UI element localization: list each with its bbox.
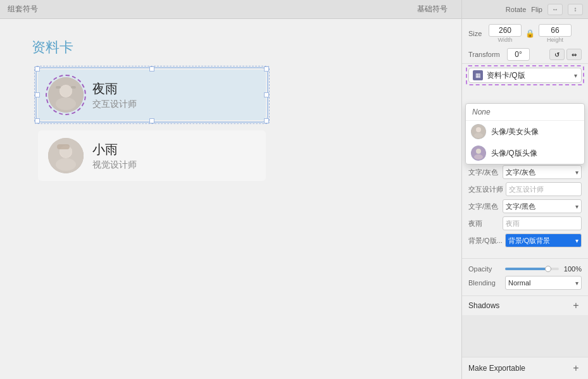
profile-name-2: 小雨 <box>92 141 137 158</box>
shadows-section: Shadows + <box>462 295 588 315</box>
opacity-thumb <box>545 266 551 272</box>
override-select-text-7: 背景/Q版背景 <box>508 236 574 245</box>
height-label: Height <box>547 37 563 43</box>
size-label: Size <box>468 30 486 37</box>
top-bar-right-label: 基础符号 <box>417 4 447 15</box>
component-selector-text: 资料卡/Q版 <box>487 70 574 81</box>
separator-1 <box>462 258 588 259</box>
override-row-7: 背景/Q版... 背景/Q版背景 ▾ <box>468 233 582 247</box>
avatar-2-image <box>48 138 84 173</box>
width-label: Width <box>497 37 512 43</box>
opacity-slider[interactable] <box>505 268 559 270</box>
rotate-label: Rotate <box>506 6 526 13</box>
blending-label: Blending <box>468 279 501 287</box>
dropdown-item-2[interactable]: 头像/Q版头像 <box>466 142 584 164</box>
add-export-button[interactable]: + <box>570 363 582 374</box>
profile-role-2: 视觉设计师 <box>92 159 137 171</box>
handle-tl[interactable] <box>35 66 40 71</box>
opacity-row: Opacity 100% <box>468 265 582 273</box>
override-key-5: 文字/黑色 <box>468 202 500 211</box>
override-value-6[interactable]: 夜雨 <box>503 216 582 230</box>
export-section: Make Exportable + <box>462 357 588 379</box>
top-bar: 组套符号 基础符号 <box>0 0 461 19</box>
component-selector[interactable]: ▦ 资料卡/Q版 ▾ <box>468 68 582 83</box>
left-panel: 组套符号 基础符号 资料卡 <box>0 0 461 379</box>
override-select-arrow-3: ▾ <box>575 169 579 176</box>
transform-input[interactable] <box>507 48 530 61</box>
canvas-area: 资料卡 <box>0 19 461 379</box>
svg-point-13 <box>476 149 481 154</box>
flip-h-button[interactable]: ↔ <box>547 4 563 15</box>
dropdown-item-label-1: 头像/美女头像 <box>491 127 539 137</box>
handle-bl[interactable] <box>35 118 40 123</box>
right-panel: Rotate Flip ↔ ↕ Size Width 🔒 Height Tran… <box>461 0 588 379</box>
opacity-section: Opacity 100% Blending Normal ▾ <box>462 263 588 295</box>
canvas-card-title: 资料卡 <box>32 38 442 57</box>
profile-info-2: 小雨 视觉设计师 <box>92 141 137 171</box>
svg-point-7 <box>56 158 76 171</box>
transform-section: Transform ↺ ⇔ <box>462 46 588 64</box>
dropdown-none-item[interactable]: None <box>466 104 584 121</box>
avatar-1-image <box>48 77 84 113</box>
component-dropdown-arrow: ▾ <box>574 72 577 79</box>
height-group: Height <box>539 24 572 43</box>
width-group: Width <box>489 24 522 43</box>
lock-icon[interactable]: 🔒 <box>524 29 536 38</box>
override-select-text-3: 文字/灰色 <box>506 168 574 177</box>
blending-arrow: ▾ <box>575 280 579 287</box>
transform-label: Transform <box>468 51 503 58</box>
shadows-label: Shadows <box>468 301 499 310</box>
profile-info-1: 夜雨 交互设计师 <box>92 80 137 110</box>
override-placeholder-4: 交互设计师 <box>509 185 544 194</box>
override-key-4: 交互设计师 <box>468 185 503 194</box>
width-input[interactable] <box>489 24 522 37</box>
svg-point-10 <box>476 127 481 132</box>
override-value-7[interactable]: 背景/Q版背景 ▾ <box>505 233 582 247</box>
overrides-section: ▦ 资料卡/Q版 ▾ None 头像/美女头像 <box>462 64 588 254</box>
flip-icon[interactable]: ⇔ <box>566 49 582 60</box>
component-icon-symbol: ▦ <box>475 72 481 78</box>
dropdown-avatar-1 <box>471 124 486 139</box>
profile-card-2[interactable]: 小雨 视觉设计师 <box>38 130 266 181</box>
handle-br[interactable] <box>264 118 269 123</box>
flip-label: Flip <box>531 6 542 13</box>
override-value-5[interactable]: 文字/黑色 ▾ <box>503 199 582 213</box>
flip-v-button[interactable]: ↕ <box>568 4 583 15</box>
override-row-5: 文字/黑色 文字/黑色 ▾ <box>468 199 582 213</box>
opacity-label: Opacity <box>468 265 501 273</box>
opacity-value: 100% <box>563 265 582 273</box>
override-value-4[interactable]: 交互设计师 <box>506 182 582 196</box>
avatar-1[interactable] <box>48 77 84 113</box>
blending-select[interactable]: Normal ▾ <box>505 276 582 290</box>
profile-role-1: 交互设计师 <box>92 99 137 110</box>
override-row-6: 夜雨 夜雨 <box>468 216 582 230</box>
right-top-bar: Rotate Flip ↔ ↕ <box>462 0 588 19</box>
override-key-6: 夜雨 <box>468 219 500 228</box>
handle-tm[interactable] <box>149 66 154 71</box>
svg-point-14 <box>474 154 483 159</box>
dropdown-item-label-2: 头像/Q版头像 <box>491 148 537 159</box>
handle-tr[interactable] <box>264 66 269 71</box>
dropdown-item-1[interactable]: 头像/美女头像 <box>466 121 584 142</box>
override-placeholder-6: 夜雨 <box>506 219 520 228</box>
override-select-text-5: 文字/黑色 <box>506 202 574 211</box>
profile-card-1[interactable]: 夜雨 交互设计师 <box>38 70 266 120</box>
spacer <box>462 315 588 357</box>
svg-rect-4 <box>71 86 76 89</box>
svg-rect-8 <box>57 144 70 149</box>
svg-rect-3 <box>56 86 61 89</box>
add-shadow-button[interactable]: + <box>570 300 582 311</box>
handle-mr[interactable] <box>264 92 269 97</box>
override-value-3[interactable]: 文字/灰色 ▾ <box>503 165 582 179</box>
handle-bm[interactable] <box>149 118 154 123</box>
handle-ml[interactable] <box>35 92 40 97</box>
height-input[interactable] <box>539 24 572 37</box>
size-section: Size Width 🔒 Height <box>462 19 588 46</box>
profile-name-1: 夜雨 <box>92 80 137 97</box>
override-row-3: 文字/灰色 文字/灰色 ▾ <box>468 165 582 179</box>
blending-row: Blending Normal ▾ <box>468 276 582 290</box>
override-key-7: 背景/Q版... <box>468 236 503 245</box>
rotate-icon[interactable]: ↺ <box>549 49 565 60</box>
component-selector-wrapper: ▦ 资料卡/Q版 ▾ None 头像/美女头像 <box>468 68 582 83</box>
dropdown-avatar-2 <box>471 146 486 161</box>
